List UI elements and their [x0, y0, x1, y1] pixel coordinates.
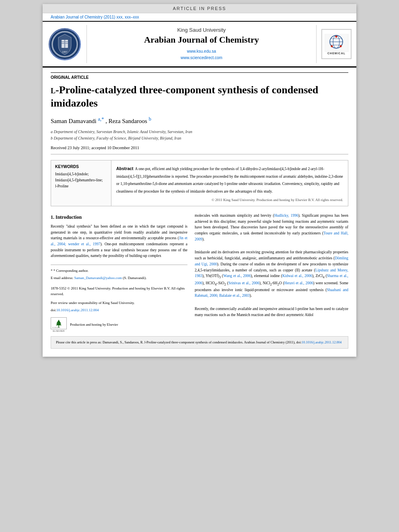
- footnote-peer: Peer review under responsibility of King…: [51, 300, 187, 306]
- doi-link[interactable]: 10.1016/j.arabjc.2011.12.004: [56, 308, 99, 312]
- article-in-press-banner: ARTICLE IN PRESS: [43, 4, 356, 13]
- email-link[interactable]: Saman_Damavandi@yahoo.com: [74, 276, 122, 280]
- title-prefix: L: [51, 87, 56, 95]
- header-urls: www.ksu.edu.sa www.sciencedirect.com: [181, 48, 222, 61]
- two-column-body: 1. Introduction Recently "ideal synthesi…: [51, 213, 348, 332]
- svg-text:1957: 1957: [62, 51, 68, 53]
- elsevier-logo-box: CHEMICAL: [321, 29, 352, 59]
- publisher-logo-right: CHEMICAL: [316, 25, 356, 63]
- svg-point-1: [53, 32, 77, 56]
- svg-point-15: [335, 36, 337, 38]
- footnote-doi: doi:10.1016/j.arabjc.2011.12.004: [51, 308, 187, 313]
- keywords-abstract-box: KEYWORDS Imidazo[4,5-b]indole; Imidazo[4…: [51, 160, 348, 206]
- email-label: E-mail address:: [51, 276, 73, 280]
- author1-name: Saman Damavandi: [51, 118, 97, 124]
- url1: www.ksu.edu.sa: [181, 48, 222, 55]
- ksu-logo-circle: 1957: [49, 28, 81, 60]
- page: ARTICLE IN PRESS Arabian Journal of Chem…: [43, 4, 356, 357]
- elsevier-fn-logo: ELSEVIER ELSEVIER: [51, 317, 67, 332]
- bottom-citation-bar: Please cite this article in press as: Da…: [51, 336, 348, 349]
- article-title: L-Proline-catalyzed three-component synt…: [51, 84, 348, 110]
- ref-wang[interactable]: Wang et al., 2006: [223, 274, 251, 278]
- ref-shaabani[interactable]: Shaabani and Rahmati, 2006; Balalaie et …: [195, 288, 348, 298]
- journal-citation: Arabian Journal of Chemistry (2011) xxx,…: [43, 13, 356, 21]
- elsevier-fn-desc: Production and hosting by Elsevier: [70, 322, 118, 327]
- author2-sup: b: [149, 116, 151, 122]
- abstract-copyright: © 2011 King Saud University. Production …: [116, 198, 343, 202]
- cite-label: Please cite this article in press as: Da…: [56, 340, 302, 344]
- authors-line: Saman Damavandi a,* , Reza Sandaroos b: [51, 116, 348, 125]
- dates-line: Received 23 July 2011; accepted 10 Decem…: [51, 146, 348, 154]
- author2-name: , Reza Sandaroos: [105, 118, 147, 124]
- section1-left-text: Recently "ideal synthesis" has been defi…: [51, 224, 187, 259]
- cite-doi-link[interactable]: 10.1016/j.arabjc.2011.12.004: [302, 340, 342, 344]
- abstract-text: A one-pot, efficient and high yielding p…: [116, 167, 343, 193]
- section1-right-p2: Imidazole and its derivatives are receiv…: [195, 249, 348, 299]
- header-area: 1957 King Saud University Arabian Journa…: [43, 21, 356, 68]
- chemical-logo-svg: [325, 34, 348, 51]
- svg-point-0: [49, 29, 80, 60]
- abstract-title: Abstract: [116, 166, 134, 171]
- elsevier-fn-label: ELSEVIER: [53, 330, 64, 332]
- author1-sup: a,*: [98, 116, 104, 122]
- ref-hudlicky[interactable]: Hudlicky, 1996: [274, 214, 298, 218]
- author2-sup-link[interactable]: b: [149, 116, 151, 122]
- university-logo-left: 1957: [43, 25, 87, 63]
- keyword-1: Imidazo[4,5-b]indole;: [55, 171, 107, 177]
- ksu-logo-svg: 1957: [49, 29, 80, 60]
- svg-point-16: [340, 45, 342, 47]
- article-type-label: ORIGINAL ARTICLE: [51, 72, 348, 80]
- affiliation-b: b Department of Chemistry, Faculty of Sc…: [51, 135, 348, 142]
- elsevier-fn-svg: ELSEVIER: [51, 318, 66, 329]
- chemical-label: CHEMICAL: [327, 52, 346, 55]
- ref-jin[interactable]: Jin et al., 2004; wender et al., 1997: [51, 236, 187, 246]
- keyword-3: l-Proline: [55, 183, 107, 189]
- url2: www.sciencedirect.com: [181, 55, 222, 61]
- ref-heravi[interactable]: Heravi et al., 2006: [284, 281, 313, 285]
- footnote-issn: 1878-5352 © 2011 King Saud University. P…: [51, 286, 187, 297]
- ref-toure[interactable]: Toure and Hall, 2009: [195, 231, 348, 241]
- abstract-box: Abstract A one-pot, efficient and high y…: [111, 160, 348, 206]
- journal-title-header: Arabian Journal of Chemistry: [144, 35, 259, 45]
- affiliation-a: a Department of Chemistry, Sarvestan Bra…: [51, 129, 348, 135]
- ref-lipshutz[interactable]: Lipshutz and Morey, 1983: [195, 268, 348, 278]
- author1-sup-link[interactable]: a,*: [98, 116, 104, 122]
- email-suffix: (S. Damavandi).: [123, 276, 146, 280]
- keywords-title: KEYWORDS: [55, 164, 107, 169]
- column-right: molecules with maximum simplicity and br…: [195, 213, 348, 332]
- footnote-star: * * Corresponding author.: [51, 268, 187, 274]
- banner-text: ARTICLE IN PRESS: [173, 6, 226, 11]
- elsevier-fn-box: ELSEVIER: [51, 317, 67, 329]
- section1-right-p3: Recently, the commercially available and…: [195, 306, 348, 318]
- elsevier-logo-graphic: [325, 34, 349, 52]
- affiliations: a Department of Chemistry, Sarvestan Bra…: [51, 129, 348, 142]
- ref-domling[interactable]: Dömling and Ugi, 2000: [195, 256, 348, 266]
- header-center: King Saud University Arabian Journal of …: [87, 25, 316, 63]
- section1-heading: 1. Introduction: [51, 214, 187, 220]
- ref-kidwai[interactable]: Kidwai et al., 2006: [282, 274, 312, 278]
- keywords-box: KEYWORDS Imidazo[4,5-b]indole; Imidazo[4…: [51, 160, 111, 206]
- footnote-email: E-mail address: Saman_Damavandi@yahoo.co…: [51, 275, 187, 281]
- ref-srinivas[interactable]: Srinivas et al., 2006: [228, 281, 259, 285]
- elsevier-hosting-note: ELSEVIER ELSEVIER Production and hosting…: [51, 317, 187, 332]
- title-main: -Proline-catalyzed three-component synth…: [51, 84, 318, 109]
- section1-right-p1: molecules with maximum simplicity and br…: [195, 213, 348, 242]
- svg-rect-2: [62, 40, 68, 48]
- svg-point-17: [331, 45, 333, 47]
- keyword-2: Imidazo[4,5-f]phenanthro-line;: [55, 177, 107, 183]
- citation-text: Arabian Journal of Chemistry (2011) xxx,…: [51, 15, 139, 19]
- main-content: ORIGINAL ARTICLE L-Proline-catalyzed thr…: [43, 68, 356, 357]
- university-name: King Saud University: [177, 27, 226, 33]
- footnotes-section: * * Corresponding author. E-mail address…: [51, 265, 187, 332]
- column-left: 1. Introduction Recently "ideal synthesi…: [51, 213, 187, 332]
- svg-text:ELSEVIER: ELSEVIER: [52, 327, 60, 329]
